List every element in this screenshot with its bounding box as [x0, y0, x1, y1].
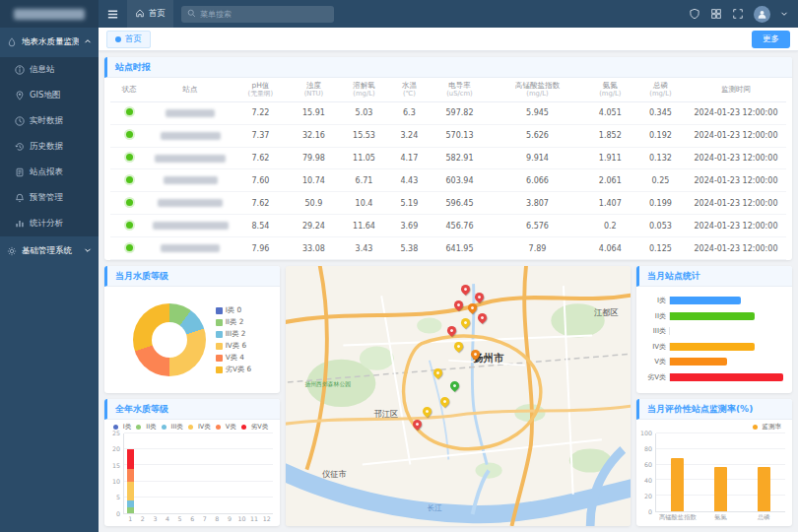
- sidebar-item-3[interactable]: 实时数据: [0, 108, 99, 134]
- map-pin-red[interactable]: [411, 418, 424, 431]
- status-dot-green: [126, 222, 133, 229]
- more-button[interactable]: 更多: [752, 31, 790, 48]
- cell-value: 596.45: [430, 192, 491, 215]
- history-clock-icon: [15, 142, 25, 152]
- table-row[interactable]: 7.6279.9811.054.17582.919.9141.9110.1322…: [110, 147, 786, 169]
- map-pin-red[interactable]: [445, 324, 458, 337]
- menu-search-input[interactable]: [200, 10, 328, 19]
- status-dot-green: [126, 244, 133, 251]
- legend-item[interactable]: III类: [162, 423, 183, 432]
- topbar-actions: [689, 6, 788, 23]
- legend-item[interactable]: II类 2: [216, 317, 252, 327]
- x-axis-labels: 123456789101112: [124, 514, 273, 522]
- map-pin-orange[interactable]: [466, 301, 479, 314]
- table-row[interactable]: 7.6010.746.714.43603.946.0662.0610.25202…: [110, 169, 786, 192]
- status-dot-green: [126, 199, 133, 206]
- sidebar-menu-water-system[interactable]: 地表水质量监测系统: [0, 28, 99, 57]
- map-pins-layer: [286, 266, 631, 526]
- menu-label: 基础管理系统: [22, 245, 79, 257]
- sidebar-item-label: 历史数据: [30, 141, 63, 153]
- cell-value: 10.4: [339, 192, 389, 215]
- cell-value: 0.192: [635, 124, 686, 147]
- sidebar-item-1[interactable]: 信息站: [0, 57, 99, 83]
- table-row[interactable]: 7.6250.910.45.19596.453.8071.4070.199202…: [110, 192, 786, 215]
- cell-value: 6.066: [490, 169, 584, 192]
- bar-row: IV类: [639, 341, 783, 352]
- map-pin-red[interactable]: [459, 283, 472, 296]
- report-doc-icon: [15, 167, 25, 177]
- chevron-down-icon: [84, 246, 92, 256]
- cell-value: 7.62: [233, 147, 289, 169]
- sidebar-item-6[interactable]: 预警管理: [0, 185, 99, 211]
- station-report-table: 状态站点pH值(无量纲)浊度(NTU)溶解氧(mg/L)水温(℃)电导率(uS/…: [110, 78, 786, 260]
- legend-item[interactable]: V类 4: [216, 353, 252, 363]
- cell-value: 1.911: [585, 147, 635, 169]
- legend-item[interactable]: 劣V类: [241, 423, 268, 432]
- cell-value: 597.82: [430, 101, 491, 124]
- sidebar-item-2[interactable]: GIS地图: [0, 83, 99, 108]
- map-pin-yellow[interactable]: [438, 395, 451, 408]
- sidebar-item-7[interactable]: 统计分析: [0, 211, 99, 236]
- column-header: 站点: [148, 78, 233, 101]
- cell-value: 5.03: [339, 101, 389, 124]
- legend-item[interactable]: III类 2: [216, 329, 252, 339]
- x-axis-labels: 高锰酸盐指数氨氮总磷: [656, 512, 785, 522]
- table-row[interactable]: 8.5429.2411.643.69456.766.5760.20.053202…: [110, 215, 786, 237]
- station-name-blurred: [161, 244, 220, 252]
- cell-monitor-time: 2024-01-23 12:00:00: [686, 192, 786, 215]
- month-rate-panel: 当月评价性站点监测率(%) 监测率 020406080100 高锰酸盐指数氨氮总…: [636, 399, 792, 526]
- cell-value: 7.96: [233, 237, 289, 260]
- station-report-table-wrap: 状态站点pH值(无量纲)浊度(NTU)溶解氧(mg/L)水温(℃)电导率(uS/…: [104, 78, 792, 260]
- cell-monitor-time: 2024-01-23 12:00:00: [686, 101, 786, 124]
- map-pin-icon: [15, 91, 25, 100]
- chart-legend: I类II类III类IV类V类劣V类: [108, 423, 273, 432]
- map-pin-yellow[interactable]: [421, 405, 433, 418]
- map-pin-red[interactable]: [476, 311, 489, 324]
- topbar-home-tab[interactable]: 首页: [127, 0, 173, 28]
- table-row[interactable]: 7.2215.915.036.3597.825.9454.0510.345202…: [110, 101, 786, 124]
- legend-item[interactable]: IV类 6: [216, 341, 252, 351]
- table-row[interactable]: 7.3732.1615.533.24570.135.6261.8520.1922…: [110, 124, 786, 147]
- cell-value: 7.37: [233, 124, 289, 147]
- menu-search-box: [181, 6, 334, 23]
- grid-icon[interactable]: [710, 8, 722, 20]
- shield-icon[interactable]: [689, 8, 700, 20]
- map-pin-green[interactable]: [448, 379, 461, 392]
- horizontal-bar-chart: I类II类III类IV类V类劣V类: [636, 287, 792, 393]
- map-pin-yellow[interactable]: [459, 316, 472, 329]
- sidebar-item-5[interactable]: 站点报表: [0, 160, 99, 185]
- app-logo: [0, 0, 99, 28]
- cell-value: 0.345: [635, 101, 686, 124]
- map-pin-red[interactable]: [452, 299, 465, 311]
- cell-value: 0.132: [635, 147, 686, 169]
- stats-bars-icon: [15, 219, 25, 229]
- sidebar-item-4[interactable]: 历史数据: [0, 134, 99, 160]
- cell-value: 5.626: [490, 124, 584, 147]
- legend-item[interactable]: IV类: [188, 423, 211, 432]
- map-pin-yellow[interactable]: [432, 366, 444, 379]
- cell-value: 0.2: [585, 215, 635, 237]
- bottom-row: 当月水质等级 I类 0II类 2III类 2IV类 6V类 4劣V类 6 全年水…: [104, 266, 792, 526]
- bar-row: 劣V类: [639, 371, 783, 382]
- map-pin-orange[interactable]: [469, 348, 482, 361]
- caret-down-icon[interactable]: [780, 10, 788, 18]
- fullscreen-icon[interactable]: [732, 8, 744, 20]
- user-avatar[interactable]: [754, 6, 770, 23]
- legend-item[interactable]: II类: [136, 423, 156, 432]
- legend-item[interactable]: 监测率: [753, 423, 782, 432]
- legend-item[interactable]: 劣V类 6: [216, 365, 252, 374]
- tab-home[interactable]: 首页: [106, 31, 151, 48]
- hamburger-icon[interactable]: [106, 8, 119, 21]
- cell-value: 3.43: [339, 237, 389, 260]
- table-row[interactable]: 7.9633.083.435.38641.957.894.0640.125202…: [110, 237, 786, 260]
- sidebar-menu-base-system[interactable]: 基础管理系统: [0, 236, 99, 266]
- legend-item[interactable]: I类 0: [216, 305, 252, 315]
- map-pin-red[interactable]: [473, 291, 486, 303]
- submenu-water-system: 信息站GIS地图实时数据历史数据站点报表预警管理统计分析: [0, 57, 99, 236]
- cell-value: 10.74: [289, 169, 339, 192]
- cell-value: 33.08: [289, 237, 339, 260]
- gis-map[interactable]: 扬州市 江都区 邗江区 仪征市 扬州西郊森林公园 长江: [286, 266, 631, 526]
- cell-value: 1.852: [585, 124, 635, 147]
- map-pin-yellow[interactable]: [452, 340, 465, 353]
- legend-item[interactable]: V类: [216, 423, 236, 432]
